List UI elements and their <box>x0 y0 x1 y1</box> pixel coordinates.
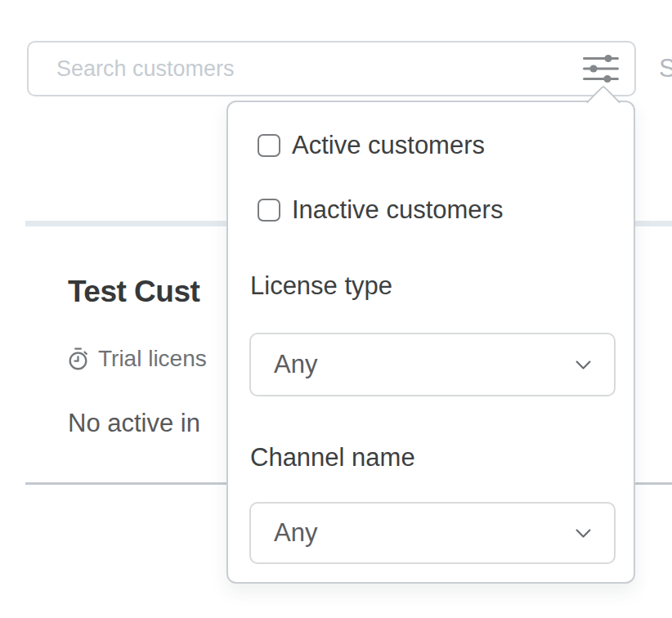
filter-popover: Active customers Inactive customers Lice… <box>226 101 635 584</box>
license-badge: Trial licens <box>65 346 207 372</box>
license-badge-label: Trial licens <box>98 346 207 372</box>
customer-card-title: Test Cust <box>68 275 199 309</box>
timer-icon <box>65 347 91 372</box>
channel-name-selected-value: Any <box>251 518 572 548</box>
chevron-down-icon <box>572 522 594 544</box>
channel-name-select[interactable]: Any <box>249 502 616 564</box>
inactive-customers-option[interactable]: Inactive customers <box>258 196 503 224</box>
channel-name-label: Channel name <box>250 443 415 472</box>
license-type-select[interactable]: Any <box>249 333 616 396</box>
search-bar <box>27 41 636 96</box>
customer-status-text: No active in <box>68 409 200 438</box>
checkbox-label: Inactive customers <box>292 195 503 225</box>
checkbox-label: Active customers <box>292 131 485 160</box>
search-input[interactable] <box>29 43 582 95</box>
inactive-customers-checkbox[interactable] <box>258 199 280 222</box>
filter-button[interactable] <box>582 43 634 95</box>
license-type-selected-value: Any <box>251 350 572 379</box>
active-customers-option[interactable]: Active customers <box>258 132 485 159</box>
sliders-filter-icon <box>583 53 619 84</box>
sort-partial-label: S <box>659 54 672 83</box>
license-type-label: License type <box>250 271 392 301</box>
chevron-down-icon <box>572 354 594 376</box>
active-customers-checkbox[interactable] <box>258 134 280 157</box>
